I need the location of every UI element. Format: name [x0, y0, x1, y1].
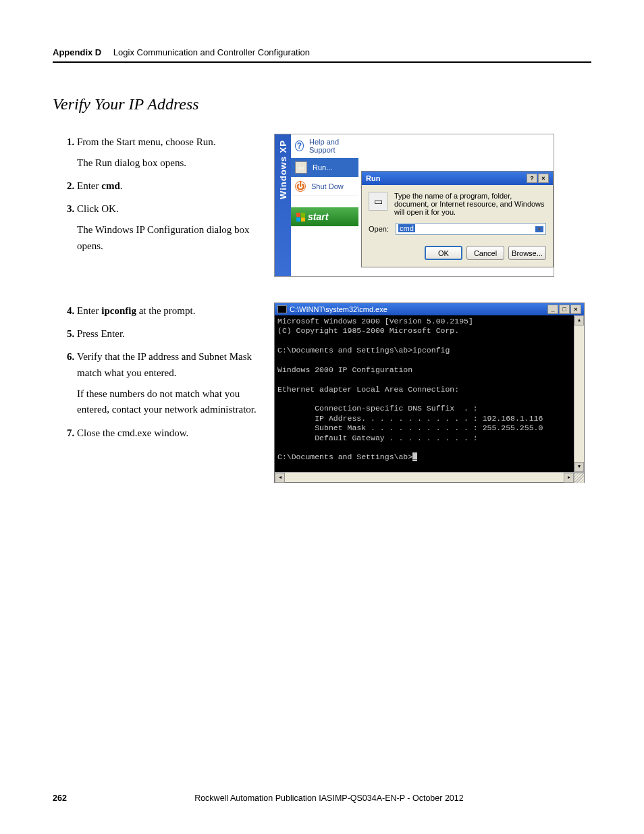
- start-run-screenshot: Windows XP ? Help and Support ▭ Run... ⏻…: [274, 134, 554, 277]
- scroll-up-icon[interactable]: ▴: [574, 315, 584, 325]
- content-block-1: From the Start menu, choose Run. The Run…: [53, 134, 591, 277]
- page-footer: 262 Rockwell Automation Publication IASI…: [53, 793, 591, 803]
- run-description: Type the name of a program, folder, docu…: [394, 192, 546, 216]
- start-button[interactable]: start: [291, 207, 358, 226]
- run-input[interactable]: cmd ▼: [396, 223, 546, 235]
- scroll-left-icon[interactable]: ◂: [275, 473, 285, 483]
- section-title: Verify Your IP Address: [53, 95, 591, 113]
- step-6: Verify that the IP address and Subnet Ma…: [77, 348, 262, 418]
- screenshot-1: Windows XP ? Help and Support ▭ Run... ⏻…: [274, 134, 591, 277]
- maximize-button[interactable]: □: [559, 305, 570, 314]
- close-button[interactable]: ×: [570, 305, 581, 314]
- ok-button[interactable]: OK: [425, 246, 462, 260]
- start-menu-list: ? Help and Support ▭ Run... ⏻ Shut Dow: [291, 134, 358, 196]
- start-item-help[interactable]: ? Help and Support: [291, 134, 358, 158]
- shutdown-icon: ⏻: [295, 181, 306, 192]
- publication-info: Rockwell Automation Publication IASIMP-Q…: [67, 793, 591, 803]
- run-icon: ▭: [295, 161, 307, 174]
- help-button[interactable]: ?: [527, 174, 537, 183]
- resize-grip-icon: [574, 473, 584, 483]
- windows-flag-icon: [296, 213, 305, 221]
- dropdown-caret-icon[interactable]: ▼: [535, 226, 543, 232]
- appendix-label: Appendix D: [53, 47, 101, 57]
- cmd-titlebar: C:\WINNT\system32\cmd.exe _ □ ×: [275, 303, 584, 315]
- open-label: Open:: [369, 225, 390, 233]
- scroll-right-icon[interactable]: ▸: [564, 473, 574, 483]
- step-7: Close the cmd.exe window.: [77, 425, 262, 441]
- cmd-output: Microsoft Windows 2000 [Version 5.00.219…: [275, 315, 574, 472]
- browse-button[interactable]: Browse...: [508, 246, 546, 260]
- cmd-icon: [277, 305, 287, 313]
- page-header: Appendix D Logix Communication and Contr…: [53, 47, 591, 63]
- content-block-2: Enter ipconfig at the prompt. Press Ente…: [53, 303, 591, 483]
- run-dialog: Run ? × ▭ Type the name of a program, fo…: [361, 171, 554, 267]
- step-3: Click OK. The Windows IP Configuration d…: [77, 201, 262, 254]
- chapter-label: Logix Communication and Controller Confi…: [113, 47, 310, 57]
- cancel-button[interactable]: Cancel: [466, 246, 504, 260]
- run-dialog-titlebar: Run ? ×: [362, 172, 553, 185]
- step-5: Press Enter.: [77, 325, 262, 342]
- screenshot-2: C:\WINNT\system32\cmd.exe _ □ × Microsof…: [274, 303, 591, 483]
- minimize-button[interactable]: _: [547, 305, 558, 314]
- start-item-shutdown[interactable]: ⏻ Shut Dow: [291, 178, 358, 196]
- cmd-window: C:\WINNT\system32\cmd.exe _ □ × Microsof…: [274, 303, 585, 483]
- steps-col-2: Enter ipconfig at the prompt. Press Ente…: [53, 303, 262, 483]
- step-1: From the Start menu, choose Run. The Run…: [77, 134, 262, 171]
- help-icon: ?: [295, 140, 304, 151]
- vertical-scrollbar[interactable]: ▴ ▾: [574, 315, 584, 472]
- xp-sidebar: Windows XP: [275, 134, 291, 276]
- close-button[interactable]: ×: [538, 174, 549, 183]
- run-dialog-icon: ▭: [369, 192, 387, 211]
- scroll-down-icon[interactable]: ▾: [574, 462, 584, 472]
- steps-col-1: From the Start menu, choose Run. The Run…: [53, 134, 262, 277]
- step-2: Enter cmd.: [77, 178, 262, 194]
- step-4: Enter ipconfig at the prompt.: [77, 303, 262, 319]
- horizontal-scrollbar[interactable]: ◂ ▸: [275, 472, 584, 482]
- page-number: 262: [53, 793, 67, 803]
- start-item-run[interactable]: ▭ Run...: [291, 158, 358, 178]
